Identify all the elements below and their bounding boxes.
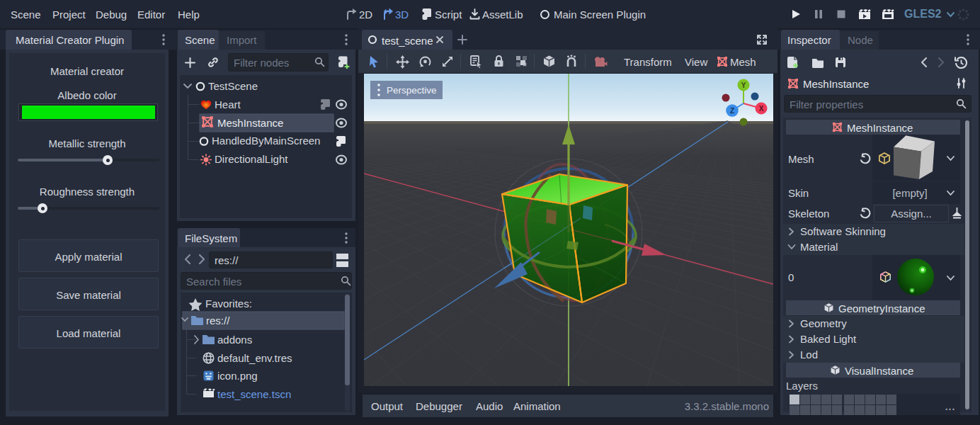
svg-text:MeshInstance: MeshInstance	[217, 117, 283, 129]
svg-text:DirectionalLight: DirectionalLight	[215, 153, 288, 165]
svg-text:icon.png: icon.png	[217, 370, 258, 382]
svg-text:X: X	[759, 105, 764, 113]
svg-text:addons: addons	[217, 334, 252, 346]
svg-text:Z: Z	[730, 107, 734, 115]
svg-text:res://: res://	[206, 314, 230, 327]
svg-text:test_scene.tscn: test_scene.tscn	[217, 388, 291, 400]
svg-text:Heart: Heart	[215, 98, 241, 110]
svg-text:default_env.tres: default_env.tres	[217, 352, 292, 364]
svg-text:HandledByMainScreen: HandledByMainScreen	[212, 135, 320, 147]
svg-text:TestScene: TestScene	[208, 80, 258, 92]
svg-text:Y: Y	[741, 81, 746, 89]
svg-text:Favorites:: Favorites:	[205, 298, 252, 310]
svg-text:Perspective: Perspective	[387, 85, 437, 96]
